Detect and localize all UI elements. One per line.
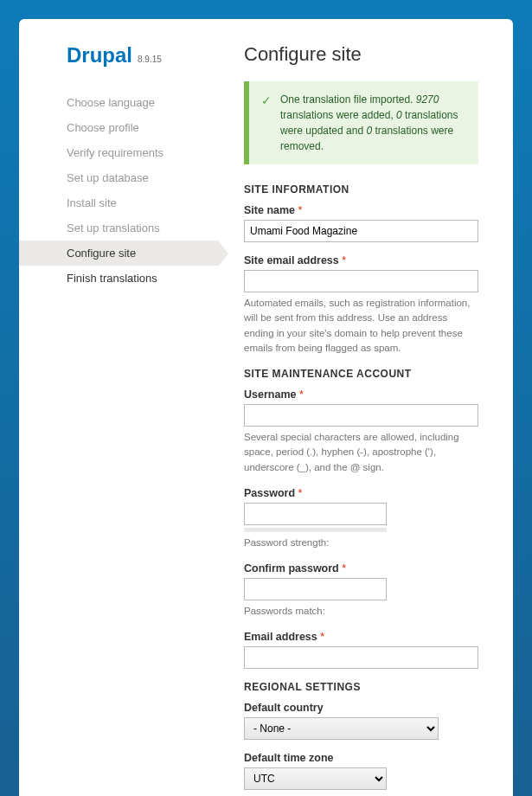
site-name-label: Site name * — [244, 204, 478, 216]
step-finish-translations: Finish translations — [19, 266, 218, 291]
username-label: Username * — [244, 388, 478, 401]
confirm-password-label: Confirm password * — [244, 562, 478, 575]
country-select[interactable]: - None - — [244, 717, 439, 740]
version: 8.9.15 — [138, 55, 162, 64]
main-content: Configure site ✓ One translation file im… — [218, 43, 478, 796]
username-help: Several special characters are allowed, … — [244, 430, 478, 475]
section-site-info: SITE INFORMATION — [244, 183, 478, 196]
alert-text: One translation file imported. 9270 tran… — [280, 92, 466, 154]
step-setup-database: Set up database — [19, 165, 218, 190]
step-choose-profile: Choose profile — [19, 115, 218, 140]
translation-alert: ✓ One translation file imported. 9270 tr… — [244, 81, 478, 164]
step-configure-site: Configure site — [19, 241, 218, 266]
password-strength-bar — [244, 528, 387, 532]
step-verify-requirements: Verify requirements — [19, 140, 218, 165]
site-email-input[interactable] — [244, 270, 478, 292]
site-email-help: Automated emails, such as registration i… — [244, 296, 478, 356]
step-install-site: Install site — [19, 190, 218, 215]
install-sidebar: Drupal 8.9.15 Choose language Choose pro… — [19, 43, 218, 796]
timezone-select[interactable]: UTC — [244, 767, 387, 790]
password-input[interactable] — [244, 503, 387, 525]
confirm-password-input[interactable] — [244, 578, 387, 600]
username-input[interactable] — [244, 404, 478, 427]
step-choose-language: Choose language — [19, 90, 218, 115]
page-title: Configure site — [244, 43, 478, 66]
site-name-input[interactable] — [244, 220, 478, 242]
password-label: Password * — [244, 487, 478, 499]
password-strength-label: Password strength: — [244, 536, 478, 550]
section-regional: REGIONAL SETTINGS — [244, 681, 478, 693]
email-label: Email address * — [244, 631, 478, 643]
site-email-label: Site email address * — [244, 254, 478, 266]
country-label: Default country — [244, 702, 478, 714]
step-setup-translations: Set up translations — [19, 215, 218, 241]
install-steps: Choose language Choose profile Verify re… — [19, 90, 218, 291]
email-input[interactable] — [244, 646, 478, 669]
timezone-label: Default time zone — [244, 752, 478, 764]
logo: Drupal — [67, 43, 132, 67]
passwords-match-label: Passwords match: — [244, 604, 478, 619]
logo-row: Drupal 8.9.15 — [19, 43, 218, 67]
check-icon: ✓ — [261, 92, 272, 154]
section-site-maintenance: SITE MAINTENANCE ACCOUNT — [244, 368, 478, 380]
